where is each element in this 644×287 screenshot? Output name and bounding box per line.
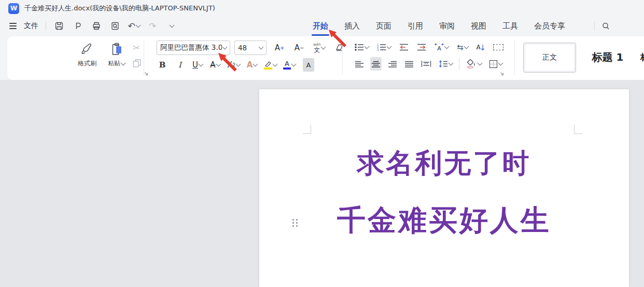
wps-writer-logo: W [8, 3, 19, 14]
file-menu[interactable]: 文件 [24, 21, 38, 31]
numbered-list-button[interactable]: 1 2 3 [376, 40, 392, 54]
style-heading2-clipped[interactable]: 标 [640, 43, 644, 72]
style-normal[interactable]: 正文 [523, 43, 576, 73]
text-effects-button[interactable]: A [246, 58, 258, 72]
borders-button[interactable] [488, 57, 503, 71]
paragraph-drag-handle-icon[interactable] [292, 219, 298, 227]
save-icon[interactable] [53, 20, 65, 32]
decrease-font-size-button[interactable]: A− [293, 41, 305, 54]
highlight-color-button[interactable] [264, 58, 277, 72]
format-painter-button[interactable]: 格式刷 [78, 42, 96, 68]
document-line-2[interactable]: 千金难买好人生 [259, 201, 629, 240]
justify-button[interactable] [403, 57, 415, 71]
svg-text:3: 3 [377, 48, 379, 51]
strikethrough-button[interactable]: A [209, 58, 221, 72]
document-line-1[interactable]: 求名利无了时 [259, 145, 629, 182]
clipboard-group: 格式刷 粘贴 ✂ [73, 39, 149, 77]
undo-icon[interactable]: ↶ [128, 20, 139, 32]
tab-page[interactable]: 页面 [376, 21, 391, 31]
tab-tools[interactable]: 工具 [502, 21, 518, 31]
divider [459, 58, 459, 70]
copy-icon [132, 58, 142, 69]
tab-review[interactable]: 审阅 [439, 21, 455, 31]
document-title: 千金难买好人生.docx(我的设备\我的电脑-LAPTOP-SNENVLJT) [24, 4, 215, 13]
align-center-button[interactable] [370, 57, 382, 71]
decrease-indent-button[interactable] [398, 40, 410, 54]
titlebar: W 千金难买好人生.docx(我的设备\我的电脑-LAPTOP-SNENVLJT… [0, 0, 644, 17]
font-color-button[interactable]: A [283, 58, 296, 72]
bullet-list-button[interactable] [354, 40, 370, 54]
font-size-select[interactable]: 48 [234, 40, 267, 55]
character-shading-button[interactable]: A [303, 58, 314, 72]
style-heading1[interactable]: 标题 1 [580, 43, 635, 72]
paragraph-dialog-launcher-icon[interactable] [500, 72, 505, 77]
character-scaling-button[interactable]: A [433, 40, 450, 54]
margin-mark-top-left [303, 125, 311, 134]
line-spacing-button[interactable] [438, 57, 454, 71]
divider [46, 21, 46, 31]
align-left-button[interactable] [354, 57, 365, 71]
phonetic-guide-button[interactable]: wén 文 [313, 41, 325, 54]
redo-icon: ↷ [147, 20, 158, 32]
styles-gallery: 正文 标题 1 标 [522, 39, 644, 77]
bold-button[interactable]: B [157, 58, 168, 72]
tab-member[interactable]: 会员专享 [534, 21, 565, 31]
tab-reference[interactable]: 引用 [408, 21, 423, 31]
italic-button[interactable]: I [174, 58, 186, 72]
increase-indent-button[interactable] [416, 40, 427, 54]
font-group: 阿里巴巴普惠体 3.0 48 A+ A− wén 文 [157, 40, 346, 72]
cut-icon: ✂ [133, 43, 140, 53]
document-page[interactable]: 求名利无了时 千金难买好人生 [259, 89, 629, 287]
paragraph-group: 1 2 3 [354, 40, 505, 71]
tab-view[interactable]: 视图 [471, 21, 486, 31]
ribbon-tabs: 开始 插入 页面 引用 审阅 视图 工具 会员专享 [313, 17, 565, 35]
tab-insert[interactable]: 插入 [344, 21, 360, 31]
clear-format-button[interactable] [334, 41, 346, 54]
paragraph-frame-button[interactable] [492, 40, 505, 54]
align-right-button[interactable] [387, 57, 398, 71]
quick-toolbar-more-icon[interactable] [165, 20, 177, 32]
print-preview-icon[interactable] [109, 20, 121, 32]
document-canvas[interactable]: 求名利无了时 千金难买好人生 [0, 80, 644, 287]
wps-writer-window: W 千金难买好人生.docx(我的设备\我的电脑-LAPTOP-SNENVLJT… [0, 0, 644, 287]
print-icon[interactable] [91, 20, 102, 32]
superscript-button[interactable]: X2 [227, 58, 240, 72]
font-name-select[interactable]: 阿里巴巴普惠体 3.0 [157, 40, 230, 55]
ribbon-home: 格式刷 粘贴 ✂ [7, 36, 644, 80]
clipboard-dialog-launcher-icon[interactable] [144, 72, 149, 77]
text-direction-button[interactable]: ⇆ [456, 40, 469, 54]
divider [144, 40, 144, 75]
divider [594, 21, 595, 31]
global-menu-icon[interactable] [9, 23, 17, 29]
sort-button[interactable]: A [475, 40, 486, 54]
tab-home[interactable]: 开始 [313, 21, 328, 31]
distribute-button[interactable] [420, 57, 432, 71]
menubar: 文件 ↶ [0, 17, 644, 35]
shading-button[interactable] [465, 57, 483, 71]
divider [514, 40, 515, 75]
search-icon[interactable] [600, 20, 611, 32]
export-pdf-icon[interactable] [72, 20, 83, 32]
format-painter-label: 格式刷 [78, 59, 96, 68]
increase-font-size-button[interactable]: A+ [274, 41, 285, 54]
highlight-color-swatch [264, 67, 272, 70]
margin-mark-top-right [574, 125, 582, 134]
paste-button[interactable]: 粘贴 [108, 42, 125, 68]
font-color-swatch [283, 67, 291, 70]
underline-button[interactable]: U [192, 58, 203, 72]
paste-label: 粘贴 [108, 59, 125, 68]
divider [342, 40, 343, 75]
